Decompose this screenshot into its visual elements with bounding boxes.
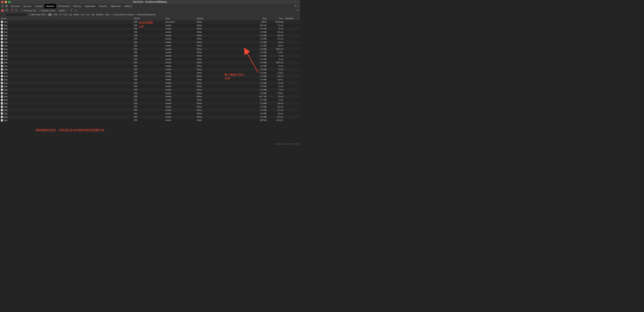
tab-performance[interactable]: Performance xyxy=(56,4,72,8)
tab-network[interactable]: Network xyxy=(44,4,56,8)
network-settings-gear-icon[interactable] xyxy=(296,9,299,12)
download-har-icon[interactable] xyxy=(74,9,77,12)
table-row[interactable]: play206mediaOther1.0 MB8 ms xyxy=(0,57,300,61)
table-row[interactable]: play206mediaOther1.0 MB12 ms xyxy=(0,108,300,112)
filter-type-css[interactable]: CSS xyxy=(63,13,67,16)
filter-type-media[interactable]: Media xyxy=(74,13,79,16)
table-row[interactable]: play206mediaOther1.0 MB6 ms xyxy=(0,68,300,71)
filter-type-other[interactable]: Other xyxy=(105,13,110,16)
request-initiator: Other xyxy=(196,54,246,57)
col-header-waterfall[interactable]: Waterfall▲ xyxy=(284,17,300,19)
filter-type-img[interactable]: Img xyxy=(69,13,72,16)
table-row[interactable]: play206mediaOther1.0 MB2.67 s xyxy=(0,74,300,78)
tab-lighthouse[interactable]: Lighthouse xyxy=(108,4,122,8)
col-header-size[interactable]: Size xyxy=(246,17,268,19)
table-row[interactable]: play206mediaOther1.0 MB64 ms xyxy=(0,34,300,37)
file-icon xyxy=(1,65,3,67)
tab-adblock[interactable]: AdBlock xyxy=(122,4,134,8)
table-row[interactable]: play206mediaOther1.0 MB63 ms xyxy=(0,30,300,34)
filter-type-manifest[interactable]: Manifest xyxy=(96,13,104,16)
hide-data-urls-checkbox[interactable]: Hide data URLs xyxy=(28,13,46,16)
request-type: media xyxy=(164,75,196,77)
table-row[interactable]: play206documentOther150 BPending xyxy=(0,20,300,23)
minimize-window-icon[interactable] xyxy=(5,1,7,3)
table-row[interactable]: play206mediaOther1.0 MB6 ms xyxy=(0,81,300,85)
file-icon xyxy=(1,116,3,118)
table-row[interactable]: play206mediaOther1.0 MB10 ms xyxy=(0,105,300,108)
request-type: media xyxy=(164,82,196,84)
close-window-icon[interactable] xyxy=(1,1,4,3)
inspect-element-icon[interactable] xyxy=(1,4,4,8)
watermark-url: https://blog.csdn.net/qq_32099833 xyxy=(274,143,299,145)
request-name: play xyxy=(4,95,8,98)
col-header-time[interactable]: Time xyxy=(268,17,284,19)
request-size: 656 kB xyxy=(246,24,268,26)
clear-icon[interactable] xyxy=(5,9,8,12)
table-row[interactable]: play206mediaOther1.0 MB7 ms xyxy=(0,54,300,57)
kebab-menu-icon[interactable] xyxy=(298,5,299,7)
table-row[interactable]: play206mediaOther8.0 kB8 ms xyxy=(0,27,300,30)
table-row[interactable]: play206mediaOther1.0 MB7 ms xyxy=(0,88,300,91)
tab-console[interactable]: Console xyxy=(33,4,44,8)
preserve-log-checkbox[interactable]: Preserve log xyxy=(21,9,36,12)
filter-type-js[interactable]: JS xyxy=(59,13,62,16)
table-row[interactable]: play206mediaOther1.0 MB2.56 s xyxy=(0,91,300,95)
table-row[interactable]: play206mediaOther1.0 MB2.10 s xyxy=(0,71,300,74)
table-row[interactable]: play206mediaOther1.0 MB852 ms xyxy=(0,61,300,64)
tab-security[interactable]: Security xyxy=(97,4,108,8)
tab-application[interactable]: Application xyxy=(83,4,97,8)
upload-har-icon[interactable] xyxy=(70,9,73,12)
col-header-type[interactable]: Type xyxy=(164,17,196,19)
table-row[interactable]: play206mediaOther1.0 MB3.81 s xyxy=(0,78,300,81)
table-row[interactable]: play206mediaOther656 kB72 ms xyxy=(0,23,300,27)
throttling-select[interactable]: Online▼ xyxy=(58,9,67,12)
disable-cache-checkbox[interactable]: Disable cache xyxy=(39,9,55,12)
record-button[interactable] xyxy=(1,9,4,12)
table-row[interactable]: play206mediaOther983 kB19.03 s xyxy=(0,119,300,122)
request-initiator: Other xyxy=(196,20,246,23)
filter-input[interactable] xyxy=(1,13,27,16)
file-icon xyxy=(1,88,3,91)
tab-sources[interactable]: Sources xyxy=(22,4,33,8)
col-header-initiator[interactable]: Initiator xyxy=(196,17,246,19)
request-time: 64 ms xyxy=(268,34,284,37)
table-row[interactable]: play206mediaOther1.0 MB8 ms xyxy=(0,85,300,88)
table-row[interactable]: play206mediaOther1.0 MB1.39 s xyxy=(0,51,300,54)
table-row[interactable]: play206mediaOther1.0 MB12 ms xyxy=(0,37,300,41)
request-type: media xyxy=(164,51,196,54)
search-icon[interactable] xyxy=(15,9,18,12)
col-header-name[interactable]: Name xyxy=(0,17,133,19)
filter-funnel-icon[interactable] xyxy=(11,9,14,12)
filter-type-xhr[interactable]: XHR xyxy=(54,13,58,16)
table-row[interactable]: play206mediaOther1.0 MB9 ms xyxy=(0,98,300,102)
table-row[interactable]: play206mediaOther1.0 MB19 ms xyxy=(0,102,300,105)
table-row[interactable]: play206mediaOther1.0 MB8 ms xyxy=(0,64,300,68)
file-icon xyxy=(1,27,3,30)
file-icon xyxy=(1,95,3,98)
request-type: media xyxy=(164,24,196,26)
table-row[interactable]: play206mediaOther1.0 MB13 ms xyxy=(0,112,300,115)
settings-gear-icon[interactable] xyxy=(294,4,297,8)
request-status: 206 xyxy=(133,82,164,84)
request-type: media xyxy=(164,112,196,115)
table-row[interactable]: play206mediaOther1.0 MB963 ms xyxy=(0,47,300,51)
table-row[interactable]: play206mediaOther40.7 kB8 ms xyxy=(0,95,300,98)
request-status: 206 xyxy=(133,71,164,74)
filter-type-all[interactable]: All xyxy=(48,13,52,16)
table-row[interactable]: play206mediaOther1.0 MB22 ms xyxy=(0,115,300,119)
request-size: 1.0 MB xyxy=(246,51,268,54)
request-name: play xyxy=(4,102,8,104)
has-blocked-cookies-checkbox[interactable]: Has blocked cookies xyxy=(112,13,134,16)
device-toggle-icon[interactable] xyxy=(5,4,8,8)
filter-type-ws[interactable]: WS xyxy=(91,13,94,16)
tab-memory[interactable]: Memory xyxy=(72,4,83,8)
table-row[interactable]: play206mediaOther1.0 MB8 ms xyxy=(0,41,300,44)
tab-elements[interactable]: Elements xyxy=(9,4,22,8)
filter-type-doc[interactable]: Doc xyxy=(86,13,90,16)
request-time: 852 ms xyxy=(268,61,284,64)
blocked-requests-checkbox[interactable]: Blocked Requests xyxy=(136,13,156,16)
col-header-status[interactable]: Status xyxy=(133,17,164,19)
filter-type-font[interactable]: Font xyxy=(80,13,84,16)
maximize-window-icon[interactable] xyxy=(8,1,10,3)
table-row[interactable]: play206mediaOther1.0 MB1.90 s xyxy=(0,44,300,47)
